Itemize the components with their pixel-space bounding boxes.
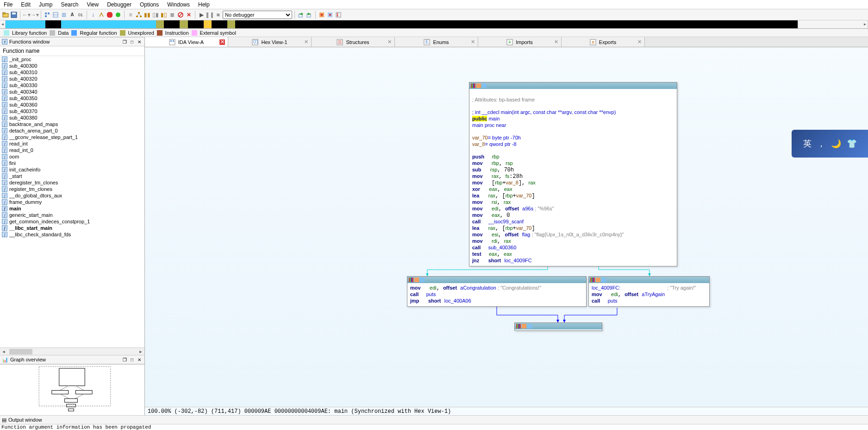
search-bin-icon[interactable]: 01 bbox=[77, 11, 84, 19]
function-item[interactable]: fsub_400360 bbox=[0, 101, 144, 108]
lines-icon[interactable]: ≣ bbox=[169, 11, 176, 19]
menu-file[interactable]: File bbox=[4, 1, 12, 8]
graph-view[interactable]: ; Attributes: bp-based frame ; int __cde… bbox=[145, 47, 868, 407]
tab-close-icon[interactable]: ✕ bbox=[304, 39, 308, 45]
function-item[interactable]: fsub_400330 bbox=[0, 82, 144, 89]
function-item[interactable]: foom bbox=[0, 153, 144, 160]
ime-lang[interactable]: 英 bbox=[803, 138, 812, 149]
cross-icon[interactable]: ✕ bbox=[185, 11, 193, 19]
tab-imports[interactable]: Imports✕ bbox=[478, 37, 562, 47]
graph-node-main[interactable]: ; Attributes: bp-based frame ; int __cde… bbox=[469, 82, 677, 266]
tab-close-icon[interactable]: ✕ bbox=[637, 39, 642, 45]
function-item[interactable]: fsub_400350 bbox=[0, 95, 144, 101]
function-item[interactable]: fget_common_indeces_constprop_1 bbox=[0, 218, 144, 225]
tab-close-icon[interactable]: ✕ bbox=[471, 39, 475, 45]
shirt-icon[interactable]: 👕 bbox=[847, 139, 857, 149]
function-item[interactable]: f__libc_check_standard_fds bbox=[0, 231, 144, 238]
function-item[interactable]: fmain bbox=[0, 205, 144, 212]
ime-comma-icon[interactable]: ， bbox=[817, 138, 825, 149]
nav-right-icon[interactable]: ► bbox=[862, 20, 868, 28]
function-item[interactable]: fsub_400370 bbox=[0, 108, 144, 114]
save-icon[interactable] bbox=[10, 11, 18, 19]
cfg-icon[interactable] bbox=[135, 11, 143, 19]
tool-icon[interactable]: ⊞ bbox=[60, 11, 68, 19]
tab-exports[interactable]: Exports✕ bbox=[562, 37, 645, 47]
function-item[interactable]: fbacktrace_and_maps bbox=[0, 121, 144, 127]
menu-options[interactable]: Options bbox=[140, 1, 159, 8]
graph-node-bottom[interactable] bbox=[514, 322, 602, 331]
bars-icon[interactable]: ▮▯ bbox=[160, 11, 168, 19]
function-item[interactable]: fsub_400310 bbox=[0, 69, 144, 76]
bp-list-icon[interactable] bbox=[335, 11, 342, 19]
fwd-icon[interactable]: →▾ bbox=[31, 11, 38, 19]
menu-jump[interactable]: Jump bbox=[39, 1, 52, 8]
ime-widget[interactable]: 英 ， 🌙 👕 bbox=[792, 130, 868, 158]
bars-icon[interactable]: ▮▮ bbox=[144, 11, 151, 19]
function-item[interactable]: fframe_dummy bbox=[0, 199, 144, 205]
function-item[interactable]: fdetach_arena_part_0 bbox=[0, 127, 144, 134]
function-item[interactable]: f__do_global_dtors_aux bbox=[0, 192, 144, 199]
hscrollbar[interactable]: ◄► bbox=[0, 348, 144, 355]
graph-node-right[interactable]: loc_4009FC: ; "Try again!" mov edi, offs… bbox=[588, 276, 710, 307]
close-icon[interactable]: ✕ bbox=[136, 356, 143, 363]
function-item[interactable]: f__gconv_release_step_part_1 bbox=[0, 134, 144, 140]
bp-icon[interactable] bbox=[318, 11, 325, 19]
tool-icon[interactable] bbox=[52, 11, 59, 19]
search-text-icon[interactable]: A bbox=[69, 11, 76, 19]
function-item[interactable]: fgeneric_start_main bbox=[0, 212, 144, 218]
open-icon[interactable] bbox=[2, 11, 9, 19]
step-icon[interactable] bbox=[297, 11, 305, 19]
noop-icon[interactable] bbox=[177, 11, 184, 19]
column-header[interactable]: Function name bbox=[0, 46, 144, 56]
tab-close-icon[interactable]: ✕ bbox=[554, 39, 558, 45]
function-item[interactable]: fsub_400380 bbox=[0, 114, 144, 121]
function-item[interactable]: fsub_400300 bbox=[0, 63, 144, 69]
close-icon[interactable]: ✕ bbox=[136, 38, 143, 45]
bars-icon[interactable]: ▯▮ bbox=[152, 11, 159, 19]
bp-cfg-icon[interactable] bbox=[326, 11, 334, 19]
tab-enums[interactable]: EEnums✕ bbox=[395, 37, 478, 47]
play-icon[interactable]: ▶ bbox=[198, 11, 205, 19]
menu-debugger[interactable]: Debugger bbox=[107, 1, 131, 8]
stop-icon[interactable]: ■ bbox=[214, 11, 222, 19]
function-item[interactable]: fread_int bbox=[0, 140, 144, 147]
tab-ida-view-a[interactable]: IDA View-A✕ bbox=[145, 37, 228, 47]
restore-icon[interactable]: ❐ bbox=[121, 38, 128, 45]
tab-structures[interactable]: Structures✕ bbox=[312, 37, 395, 47]
function-item[interactable]: fread_int_0 bbox=[0, 147, 144, 153]
tab-hex-view-1[interactable]: 01Hex View-1✕ bbox=[228, 37, 312, 47]
down-icon[interactable]: ↓ bbox=[89, 11, 97, 19]
menu-edit[interactable]: Edit bbox=[21, 1, 31, 8]
debugger-select[interactable]: No debugger bbox=[223, 11, 292, 19]
nav-left-icon[interactable]: ◄ bbox=[0, 20, 6, 28]
maximize-icon[interactable]: □ bbox=[129, 356, 135, 363]
graph-overview[interactable] bbox=[0, 364, 144, 415]
menu-windows[interactable]: Windows bbox=[167, 1, 190, 8]
restore-icon[interactable]: ❐ bbox=[121, 356, 128, 363]
function-list[interactable]: f_init_procfsub_400300fsub_400310fsub_40… bbox=[0, 56, 144, 348]
go-icon[interactable] bbox=[114, 11, 122, 19]
function-item[interactable]: f__libc_start_main bbox=[0, 225, 144, 231]
maximize-icon[interactable]: □ bbox=[129, 38, 135, 45]
function-item[interactable]: fderegister_tm_clones bbox=[0, 179, 144, 186]
graph-node-left[interactable]: mov edi, offset aCongratulation ; "Congr… bbox=[407, 276, 587, 307]
tab-close-icon[interactable]: ✕ bbox=[387, 39, 392, 45]
function-item[interactable]: f_start bbox=[0, 173, 144, 179]
xref-icon[interactable] bbox=[98, 11, 105, 19]
menu-help[interactable]: Help bbox=[198, 1, 210, 8]
function-item[interactable]: ffini bbox=[0, 160, 144, 166]
function-item[interactable]: finit_cacheinfo bbox=[0, 166, 144, 173]
function-item[interactable]: fsub_400320 bbox=[0, 76, 144, 82]
stop-icon[interactable] bbox=[106, 11, 113, 19]
back-icon[interactable]: ←▾ bbox=[23, 11, 30, 19]
function-item[interactable]: f_init_proc bbox=[0, 56, 144, 63]
tool-icon[interactable] bbox=[44, 11, 51, 19]
moon-icon[interactable]: 🌙 bbox=[831, 139, 841, 149]
function-item[interactable]: fregister_tm_clones bbox=[0, 186, 144, 192]
menu-view[interactable]: View bbox=[87, 1, 99, 8]
pause-icon[interactable]: ❚❚ bbox=[206, 11, 213, 19]
text-mode-icon[interactable]: ≡ bbox=[127, 11, 134, 19]
step-icon[interactable] bbox=[306, 11, 313, 19]
tab-close-icon[interactable]: ✕ bbox=[219, 39, 225, 45]
function-item[interactable]: fsub_400340 bbox=[0, 89, 144, 95]
